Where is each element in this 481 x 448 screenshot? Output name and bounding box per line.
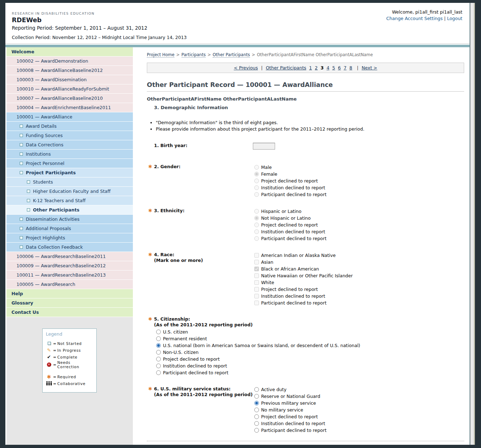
sidebar-item[interactable]: Project Highlights — [6, 233, 133, 243]
change-account-settings-link[interactable]: Change Account Settings — [386, 16, 443, 21]
military-radio[interactable] — [254, 387, 259, 392]
not-started-checkbox-icon — [20, 218, 23, 221]
military-radio[interactable] — [254, 401, 259, 405]
breadcrumb-link[interactable]: Project Home — [147, 52, 174, 58]
sidebar-item[interactable]: Other Participants — [6, 205, 133, 215]
citizenship-radio[interactable] — [156, 343, 161, 348]
sidebar-item[interactable]: Higher Education Faculty and Staff — [6, 187, 133, 196]
next-page-link[interactable]: Next > — [362, 65, 377, 70]
military-radio[interactable] — [254, 394, 259, 399]
sidebar-item[interactable]: 100001 — AwardAlliance — [6, 112, 133, 122]
sidebar-item[interactable]: Funding Sources — [6, 131, 133, 140]
sidebar-item[interactable]: 100009 — AwardResearchBaseline2012 — [6, 261, 133, 271]
question-label: 4. Race: — [154, 252, 254, 258]
military-radio[interactable] — [254, 408, 259, 412]
sidebar-item[interactable]: 100006 — AwardResearchBaseline2011 — [6, 252, 133, 261]
legend-equals: = — [52, 355, 57, 359]
page-right-gutter — [470, 3, 475, 445]
not-started-checkbox-icon — [20, 245, 23, 249]
breadcrumb-separator: > — [176, 52, 180, 57]
sidebar-item[interactable]: Additional Proposals — [6, 224, 133, 233]
sidebar-item[interactable]: Students — [6, 177, 133, 187]
citizenship-radio[interactable] — [156, 350, 161, 355]
page-number-link[interactable]: 5 — [332, 65, 335, 70]
sidebar-item[interactable]: 100010 — AwardAllianceReadyForSubmit — [6, 84, 133, 94]
option-row: Project declined to report — [254, 286, 464, 293]
option-label: Previous military service — [261, 400, 316, 406]
option-label: Asian — [261, 259, 273, 265]
sidebar-item[interactable]: Award Details — [6, 122, 133, 131]
option-label: Hispanic or Latino — [261, 209, 302, 214]
page-number-link[interactable]: 1 — [309, 65, 312, 70]
race-checkbox — [254, 294, 259, 298]
sidebar-item[interactable]: 100008 — AwardAllianceBaseline2012 — [6, 66, 133, 75]
sidebar-item[interactable]: Glossary — [6, 298, 133, 308]
sidebar-item[interactable]: Project Participants — [6, 168, 133, 177]
citizenship-radio[interactable] — [156, 370, 161, 375]
birth-year-input[interactable] — [253, 143, 275, 150]
page-number-link[interactable]: 7 — [344, 65, 347, 70]
section-title: 3. Demographic Information — [154, 105, 464, 110]
question-label-block: ✱2. Gender: — [147, 164, 254, 198]
sidebar-item-label: 100011 — AwardResearchBaseline2013 — [16, 272, 106, 278]
sidebar-item[interactable]: Data Collection Feedback — [6, 243, 133, 252]
option-label: Participant declined to report — [261, 300, 327, 306]
sidebar-item[interactable]: K-12 Teachers and Staff — [6, 196, 133, 205]
participant-name: OtherParticipantAFirstName OtherParticip… — [147, 96, 464, 102]
legend-item: ✕=Needs Correction — [46, 360, 93, 369]
sidebar-item[interactable]: Project Personnel — [6, 159, 133, 168]
option-row: Participant declined to report — [254, 235, 464, 242]
sidebar-item-label: 100004 — AwardEnrichmentBaseline2011 — [16, 105, 111, 110]
sidebar-item-label: Help — [11, 291, 23, 296]
other-participants-link[interactable]: Other Participants — [266, 65, 306, 70]
citizenship-radio[interactable] — [156, 336, 161, 341]
page-number-link[interactable]: 8 — [350, 65, 352, 70]
breadcrumb: Project Home>Participants>Other Particip… — [147, 52, 464, 57]
option-row: Female — [254, 171, 464, 177]
sidebar-item-label: 100001 — AwardAlliance — [16, 114, 72, 120]
breadcrumb-link[interactable]: Other Participants — [213, 52, 250, 58]
legend-equals: = — [52, 381, 57, 386]
breadcrumb-link[interactable]: Participants — [182, 52, 206, 58]
military-radio[interactable] — [254, 421, 259, 426]
page-number-link[interactable]: 4 — [327, 65, 330, 70]
question-label-block: ✱4. Race:(Mark one or more) — [147, 252, 254, 306]
welcome-user: Welcome, pi1all_first pi1all_last — [386, 9, 462, 15]
legend-item: ✔=Complete — [46, 354, 93, 360]
option-row: Participant declined to report — [156, 369, 464, 376]
gender-radio — [254, 192, 259, 197]
sidebar-item-label: 100010 — AwardAllianceReadyForSubmit — [16, 86, 109, 92]
current-page-number: 3 — [321, 65, 324, 70]
instruction-bullet: Please provide information about this pr… — [156, 126, 464, 132]
logout-link[interactable]: Logout — [447, 16, 462, 21]
sidebar-item[interactable]: Help — [6, 289, 133, 298]
ethnicity-radio — [254, 229, 259, 234]
citizenship-radio[interactable] — [156, 330, 161, 334]
citizenship-radio[interactable] — [156, 364, 161, 368]
sidebar-item[interactable]: Dissemination Activities — [6, 215, 133, 224]
sidebar-item[interactable]: 100005 — AwardResearch — [6, 280, 133, 289]
sidebar-item[interactable]: 100002 — AwardDemonstration — [6, 57, 133, 66]
previous-page-link[interactable]: < Previous — [234, 65, 258, 70]
legend-item-label: Complete — [57, 355, 77, 359]
page-title: Other Participant Record — 100001 — Awar… — [147, 81, 464, 92]
citizenship-radio[interactable] — [156, 357, 161, 361]
sidebar-item[interactable]: Contact Us — [6, 308, 133, 317]
sidebar-item[interactable]: Welcome — [6, 47, 133, 57]
main-content: Project Home>Participants>Other Particip… — [133, 47, 470, 445]
military-radio[interactable] — [254, 428, 259, 433]
sidebar-item[interactable]: Data Corrections — [6, 140, 133, 150]
sidebar-item[interactable]: 100011 — AwardResearchBaseline2013 — [6, 271, 133, 280]
ethnicity-radio — [254, 209, 259, 214]
option-label: Participant declined to report — [261, 236, 327, 241]
sidebar-item[interactable]: 100007 — AwardAllianceBaseline2010 — [6, 94, 133, 103]
sidebar-item[interactable]: Institutions — [6, 150, 133, 159]
sidebar-item[interactable]: 100003 — AwardDissemination — [6, 75, 133, 84]
page-number-link[interactable]: 6 — [338, 65, 341, 70]
military-radio[interactable] — [254, 414, 259, 419]
option-row: Male — [254, 164, 464, 171]
sidebar-item[interactable]: 100004 — AwardEnrichmentBaseline2011 — [6, 103, 133, 112]
legend-item-label: Collaborative — [57, 381, 86, 386]
page-number-link[interactable]: 2 — [315, 65, 318, 70]
sidebar-item-label: Students — [33, 179, 53, 185]
